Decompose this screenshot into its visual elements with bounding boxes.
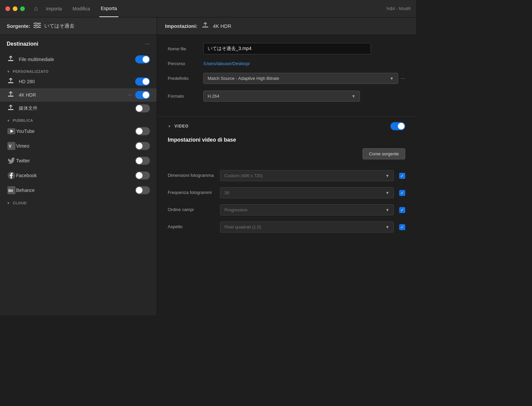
toggle-video[interactable] <box>390 122 405 130</box>
percorso-label: Percorso <box>168 61 198 66</box>
destinations-title: Destinazioni <box>7 41 38 47</box>
title-bar: ⌂ Importa Modifica Esporta %$# - Modifi <box>0 0 416 17</box>
dest-item-twitter[interactable]: Twitter <box>0 153 157 168</box>
svg-point-3 <box>35 22 37 24</box>
toggle-facebook[interactable] <box>135 171 150 180</box>
chevron-personalizzato-icon: ▼ <box>7 70 10 73</box>
destinations-more-button[interactable]: ··· <box>145 40 150 47</box>
dest-item-vimeo[interactable]: V Vimeo <box>0 139 157 153</box>
close-button[interactable] <box>5 6 10 11</box>
section-personalizzato-label: PERSONALIZZATO <box>13 69 49 73</box>
toggle-behance[interactable] <box>135 186 150 194</box>
section-cloud[interactable]: ▼ CLOUD <box>0 198 157 206</box>
dest-name-twitter: Twitter <box>16 158 135 163</box>
frequenza-checkbox[interactable]: ✓ <box>399 190 405 196</box>
form-row-predefinito: Predefinito Match Source - Adaptive High… <box>168 73 405 84</box>
main-layout: Sorgente: いてはそ過去 Destinazioni ··· <box>0 17 416 315</box>
ordine-label: Ordine campi <box>168 207 215 213</box>
predefinito-more-button[interactable]: ··· <box>401 75 405 82</box>
minimize-button[interactable] <box>13 6 17 11</box>
settings-preset-name: 4K HDR <box>213 23 231 29</box>
right-panel: Impostazioni: 4K HDR Nome file Percorso … <box>157 17 416 315</box>
svg-rect-0 <box>34 23 41 24</box>
section-pubblica-label: PUBBLICA <box>13 118 33 122</box>
svg-rect-7 <box>8 82 13 83</box>
dest-item-4khdr[interactable]: 4K HDR ··· <box>0 88 157 102</box>
aspetto-checkbox[interactable]: ✓ <box>399 224 405 230</box>
source-bar: Sorgente: いてはそ過去 <box>0 17 157 35</box>
toggle-vimeo[interactable] <box>135 142 150 150</box>
tab-importa[interactable]: Importa <box>45 0 63 17</box>
tab-esporta[interactable]: Esporta <box>99 0 118 17</box>
preset-upload-icon <box>202 22 209 30</box>
chevron-video-icon[interactable]: ▼ <box>168 124 171 128</box>
percorso-link[interactable]: /Users/labuser/Desktop/ <box>203 61 405 66</box>
svg-point-4 <box>38 24 40 26</box>
toggle-media-chinese[interactable] <box>135 104 150 112</box>
aspetto-dropdown: Pixel quadrati (1,0) ▼ <box>220 221 394 233</box>
form-row-nome-file: Nome file <box>168 43 405 54</box>
home-icon[interactable]: ⌂ <box>34 5 38 12</box>
4khdr-more-button[interactable]: ··· <box>127 92 132 98</box>
traffic-lights <box>5 6 25 11</box>
svg-rect-1 <box>34 25 41 26</box>
dest-item-facebook[interactable]: Facebook <box>0 168 157 183</box>
maximize-button[interactable] <box>20 6 25 11</box>
dest-name-hd280: HD 280 <box>19 79 135 84</box>
video-subsection-title: Impostazioni video di base <box>168 137 405 143</box>
video-section-title: VIDEO <box>174 124 189 129</box>
vimeo-icon: V <box>7 141 16 151</box>
dest-item-hd280[interactable]: HD 280 <box>0 75 157 88</box>
dimensioni-checkbox[interactable]: ✓ <box>399 173 405 179</box>
behance-icon: Bē <box>7 186 16 195</box>
title-bar-right-text: %$# - Modifi <box>386 6 411 11</box>
tab-modifica[interactable]: Modifica <box>71 0 91 17</box>
toggle-twitter[interactable] <box>135 157 150 165</box>
svg-rect-17 <box>202 27 208 28</box>
predefinito-dropdown[interactable]: Match Source - Adaptive High Bitrate ▼ <box>203 73 398 84</box>
dimensioni-chevron-icon: ▼ <box>385 173 389 178</box>
nome-file-input[interactable] <box>203 43 371 54</box>
dest-item-youtube[interactable]: YouTube <box>0 124 157 139</box>
toggle-file-multimediale[interactable] <box>135 55 150 63</box>
ordine-chevron-icon: ▼ <box>385 208 389 212</box>
twitter-icon <box>7 156 16 165</box>
dest-name-behance: Behance <box>16 188 135 193</box>
toggle-hd280[interactable] <box>135 78 150 86</box>
frequenza-chevron-icon: ▼ <box>385 191 389 195</box>
left-panel: Sorgente: いてはそ過去 Destinazioni ··· <box>0 17 157 315</box>
ordine-checkbox[interactable]: ✓ <box>399 207 405 213</box>
ordine-value: Progressivo <box>224 207 248 212</box>
nome-file-label: Nome file <box>168 46 198 51</box>
toggle-4khdr[interactable] <box>135 91 150 99</box>
formato-dropdown[interactable]: H.264 ▼ <box>203 91 360 102</box>
destinations-list: File multimediale ▼ PERSONALIZZATO HD 28… <box>0 53 157 206</box>
video-section: ▼ VIDEO Impostazioni video di base Come … <box>157 116 416 244</box>
svg-point-5 <box>35 27 37 28</box>
dest-item-behance[interactable]: Bē Behance <box>0 183 157 198</box>
aspetto-value: Pixel quadrati (1,0) <box>224 224 261 230</box>
youtube-icon <box>7 126 16 136</box>
form-row-percorso: Percorso /Users/labuser/Desktop/ <box>168 61 405 66</box>
dimensioni-dropdown: Custom (406 x 720) ▼ <box>220 170 394 181</box>
facebook-icon <box>7 171 16 180</box>
source-icon <box>34 22 41 30</box>
aspetto-label: Aspetto <box>168 224 215 230</box>
destinations-header-section: Destinazioni ··· <box>0 35 157 50</box>
predefinito-label: Predefinito <box>168 76 198 81</box>
section-personalizzato[interactable]: ▼ PERSONALIZZATO <box>0 66 157 75</box>
come-sorgente-button[interactable]: Come sorgente <box>363 148 405 159</box>
formato-value: H.264 <box>208 94 219 99</box>
dest-item-file-multimediale[interactable]: File multimediale <box>0 53 157 66</box>
upload-icon-4khdr <box>7 91 15 99</box>
chevron-pubblica-icon: ▼ <box>7 119 10 122</box>
svg-rect-6 <box>8 60 13 61</box>
vform-row-frequenza: Frequenza fotogrammi 30 ▼ ✓ <box>168 187 405 198</box>
form-area: Nome file Percorso /Users/labuser/Deskto… <box>157 35 416 116</box>
video-header-left: ▼ VIDEO <box>168 124 189 129</box>
section-pubblica[interactable]: ▼ PUBBLICA <box>0 115 157 124</box>
chevron-cloud-icon: ▼ <box>7 201 10 205</box>
toggle-youtube[interactable] <box>135 127 150 135</box>
upload-icon <box>7 55 15 63</box>
dest-item-media-chinese[interactable]: 媒体文件 <box>0 102 157 115</box>
